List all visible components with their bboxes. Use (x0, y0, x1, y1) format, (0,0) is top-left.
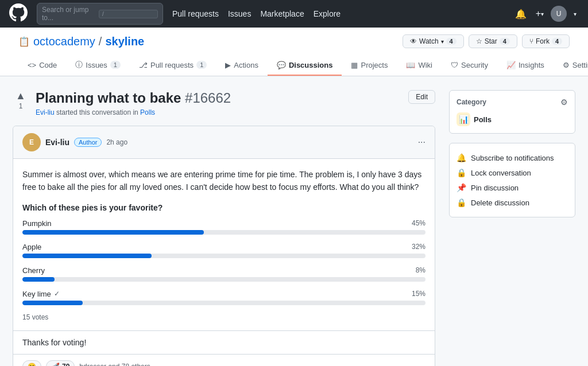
add-reaction-button[interactable]: 😄 (22, 360, 41, 366)
fork-icon: ⑂ (529, 37, 533, 45)
delete-lock-icon: 🔒 (457, 198, 466, 207)
sidebar-section-header: Category ⚙ (457, 98, 568, 107)
navbar-marketplace[interactable]: Marketplace (260, 9, 304, 18)
tab-actions[interactable]: ▶ Actions (216, 55, 268, 76)
navbar-explore[interactable]: Explore (314, 9, 341, 18)
category-section: Category ⚙ 📊 Polls (449, 90, 575, 134)
insights-icon: 📈 (506, 61, 516, 69)
thanks-text: Thanks for voting! (13, 330, 435, 354)
watch-count: 4 (446, 38, 457, 45)
star-icon: ☆ (476, 37, 482, 45)
notifications-button[interactable]: 🔔 (513, 6, 529, 22)
rocket-reaction-button[interactable]: 🚀 79 (46, 360, 75, 366)
tab-settings[interactable]: ⚙ Settings (554, 55, 588, 76)
post-menu-button[interactable]: ··· (418, 137, 425, 147)
tab-issues[interactable]: ⓘ Issues 1 (66, 55, 130, 76)
discussion-title-area: ▲ 1 Planning what to bake #16662 Evi-liu… (13, 90, 435, 116)
navbar-actions: 🔔 + ▾ U ▾ (513, 6, 579, 22)
sidebar-action-pin[interactable]: 📌 Pin discussion (457, 180, 568, 195)
main-content: ▲ 1 Planning what to bake #16662 Evi-liu… (3, 90, 585, 366)
sidebar-actions-list: 🔔 Subscribe to notifications 🔒 Lock conv… (457, 150, 568, 210)
navbar-pull-requests[interactable]: Pull requests (172, 9, 219, 18)
issue-number: #16662 (185, 90, 231, 106)
pin-icon: 📌 (457, 183, 466, 192)
discussion-column: ▲ 1 Planning what to bake #16662 Evi-liu… (13, 90, 435, 366)
tab-pull-requests[interactable]: ⎇ Pull requests 1 (130, 55, 216, 76)
poll-bar-track (22, 254, 425, 258)
poll-bar-fill (22, 254, 152, 258)
search-placeholder: Search or jump to... (42, 6, 94, 22)
poll-bar-track (22, 230, 425, 235)
discussion-author-link[interactable]: Evi-liu (36, 108, 55, 116)
post-text: Summer is almost over, which means we ar… (22, 168, 425, 194)
poll-option-name: Pumpkin (22, 219, 52, 228)
discussion-category-link[interactable]: Polls (140, 108, 155, 116)
create-button[interactable]: + ▾ (533, 6, 546, 21)
rocket-icon: 🚀 (51, 363, 60, 366)
repo-header: 📋 octocademy / skyline 👁 Watch ▾ 4 ☆ Sta… (0, 28, 588, 76)
sidebar-action-lock[interactable]: 🔒 Lock conversation (457, 165, 568, 180)
discussions-icon: 💬 (277, 61, 286, 69)
poll-bar-fill (22, 277, 55, 282)
navbar-issues[interactable]: Issues (228, 9, 251, 18)
sidebar-column: Category ⚙ 📊 Polls 🔔 Subscribe to notifi… (449, 90, 575, 366)
tab-code[interactable]: <> Code (18, 55, 66, 76)
watch-chevron: ▾ (441, 38, 444, 45)
poll-option-pct: 45% (412, 219, 425, 227)
avatar-menu-button[interactable]: ▾ (571, 9, 579, 20)
org-link[interactable]: octocademy (33, 35, 95, 48)
poll-section: Which of these pies is your favorite? Pu… (22, 203, 425, 321)
title-separator: / (99, 35, 102, 48)
actions-icon: ▶ (225, 61, 231, 69)
tab-discussions[interactable]: 💬 Discussions (268, 55, 342, 76)
poll-option-name: Key lime ✓ (22, 290, 60, 298)
navbar-links: Pull requests Issues Marketplace Explore (172, 9, 504, 18)
category-name: Polls (474, 115, 492, 124)
sidebar-action-delete[interactable]: 🔒 Delete discussion (457, 195, 568, 210)
category-pill: 📊 Polls (457, 112, 568, 126)
code-icon: <> (28, 61, 36, 69)
vote-up-button[interactable]: ▲ (16, 90, 26, 102)
fork-button[interactable]: ⑂ Fork 4 (522, 34, 570, 48)
poll-option-header: Apple 32% (22, 243, 425, 251)
pr-count: 1 (196, 61, 207, 69)
reactions-row: 😄 🚀 79 bdresser and 78 others (13, 354, 435, 366)
post-time: 2h ago (106, 138, 127, 146)
star-label: Star (485, 37, 497, 45)
repo-link[interactable]: skyline (105, 35, 144, 48)
poll-votes-count: 15 votes (22, 313, 425, 321)
security-icon: 🛡 (451, 61, 458, 69)
discussion-subtitle: Evi-liu started this conversation in Pol… (36, 108, 401, 116)
repo-actions: 👁 Watch ▾ 4 ☆ Star 4 ⑂ Fork 4 (403, 34, 570, 48)
post-card: E Evi-liu Author 2h ago ··· Summer is al… (13, 126, 435, 366)
poll-option-pumpkin: Pumpkin 45% (22, 219, 425, 235)
star-count: 4 (500, 38, 510, 45)
poll-question: Which of these pies is your favorite? (22, 203, 425, 212)
post-author-name[interactable]: Evi-liu (45, 138, 69, 147)
repo-title: 📋 octocademy / skyline (18, 35, 144, 48)
tab-projects[interactable]: ▦ Projects (342, 55, 397, 76)
poll-option-name: Apple (22, 243, 41, 251)
github-logo-icon[interactable] (9, 3, 28, 25)
watch-button[interactable]: 👁 Watch ▾ 4 (403, 34, 464, 48)
sidebar-gear-icon[interactable]: ⚙ (560, 98, 568, 107)
bell-icon: 🔔 (457, 153, 466, 162)
tab-insights[interactable]: 📈 Insights (497, 55, 554, 76)
post-header: E Evi-liu Author 2h ago ··· (13, 126, 435, 159)
poll-option-name: Cherry (22, 266, 45, 275)
poll-option-pct: 8% (416, 266, 425, 274)
sidebar-action-subscribe[interactable]: 🔔 Subscribe to notifications (457, 150, 568, 165)
avatar[interactable]: U (551, 6, 567, 22)
star-button[interactable]: ☆ Star 4 (469, 34, 517, 48)
poll-bar-track (22, 277, 425, 282)
tab-security[interactable]: 🛡 Security (442, 55, 497, 76)
search-bar[interactable]: Search or jump to... / (37, 3, 163, 25)
poll-option-header: Pumpkin 45% (22, 219, 425, 228)
issues-count: 1 (110, 61, 121, 69)
voted-checkmark-icon: ✓ (54, 290, 60, 298)
repo-tabs: <> Code ⓘ Issues 1 ⎇ Pull requests 1 ▶ A… (18, 55, 570, 76)
edit-button[interactable]: Edit (408, 90, 435, 104)
post-avatar: E (22, 133, 41, 151)
sidebar-actions-section: 🔔 Subscribe to notifications 🔒 Lock conv… (449, 143, 575, 217)
tab-wiki[interactable]: 📖 Wiki (397, 55, 442, 76)
